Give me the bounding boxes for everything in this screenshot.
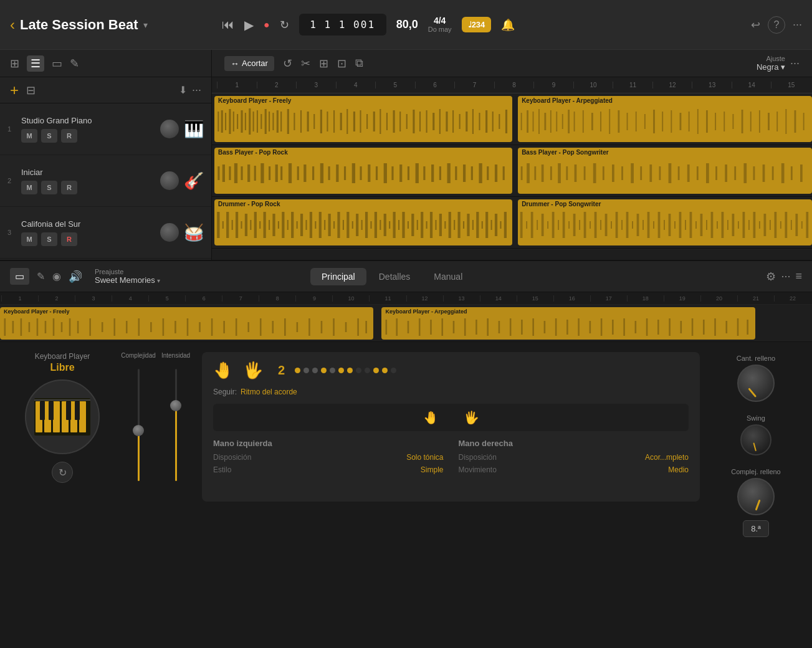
- back-button[interactable]: ‹: [10, 16, 15, 34]
- crop-button[interactable]: ⊞: [319, 57, 328, 70]
- svg-rect-178: [310, 212, 312, 238]
- svg-rect-293: [174, 321, 176, 333]
- cant-relleno-knob[interactable]: [737, 364, 775, 402]
- track-2-record[interactable]: R: [61, 181, 77, 194]
- clip-drummer-pop-rock[interactable]: Drummer - Pop Rock: [214, 199, 512, 245]
- svg-rect-253: [690, 212, 692, 238]
- svg-rect-191: [370, 221, 371, 229]
- track-1-solo[interactable]: S: [41, 129, 57, 143]
- edit-more-button[interactable]: ···: [790, 57, 800, 70]
- svg-rect-151: [744, 163, 747, 183]
- loop-region-button[interactable]: ↺: [283, 57, 292, 70]
- play-button[interactable]: ▶: [244, 17, 254, 32]
- complejidad-thumb[interactable]: [133, 425, 144, 436]
- panel-midi-view[interactable]: ◉: [52, 270, 61, 282]
- svg-rect-59: [568, 110, 570, 133]
- svg-rect-166: [254, 212, 257, 238]
- right-hand-icon[interactable]: 🖐: [243, 361, 263, 380]
- track-3-record[interactable]: R: [61, 232, 77, 246]
- svg-rect-193: [380, 220, 381, 230]
- clip-bass-pop-rock[interactable]: Bass Player - Pop Rock: [214, 148, 512, 194]
- right-hand-small[interactable]: 🖐: [464, 410, 479, 425]
- scissors-button[interactable]: ✂: [301, 57, 310, 70]
- panel-settings-button[interactable]: ⚙: [766, 270, 776, 284]
- add-track-button[interactable]: +: [10, 82, 19, 99]
- loop-button[interactable]: ↻: [280, 18, 289, 32]
- track-1-mute[interactable]: M: [21, 129, 37, 143]
- clip-label: Bass Player - Pop Rock: [214, 148, 512, 157]
- svg-rect-12: [265, 109, 267, 134]
- metronome-button[interactable]: 🔔: [501, 18, 515, 32]
- region-button[interactable]: ⊡: [337, 57, 346, 70]
- list-view-button[interactable]: ☰: [27, 55, 44, 72]
- track-1-record[interactable]: R: [61, 129, 77, 143]
- mini-timeline: 1 2 3 4 5 6 7 8 9 10 11 12 13 14 15 16 1…: [0, 292, 812, 342]
- panel-divider-button[interactable]: ≡: [795, 270, 802, 283]
- track-2-mute[interactable]: M: [21, 181, 37, 194]
- copy-button[interactable]: ⧉: [355, 57, 363, 70]
- svg-rect-248: [664, 220, 665, 230]
- panel-volume-view[interactable]: 🔊: [69, 270, 82, 284]
- intensidad-slider[interactable]: [175, 369, 177, 481]
- octave-button[interactable]: 8.ª: [743, 520, 769, 537]
- clip-bass-pop-songwriter[interactable]: Bass Player - Pop Songwriter: [518, 148, 812, 194]
- clip-label: Drummer - Pop Rock: [214, 199, 512, 209]
- undo-button[interactable]: ↩: [751, 16, 760, 34]
- clip-keyboard-freely[interactable]: Keyboard Player - Freely: [214, 96, 512, 142]
- more-button[interactable]: ···: [793, 16, 802, 34]
- left-hand-small[interactable]: 🤚: [423, 410, 439, 425]
- track-download-button[interactable]: ⬇: [179, 83, 187, 97]
- svg-rect-90: [234, 163, 237, 183]
- complej-relleno-knob[interactable]: [737, 478, 775, 515]
- svg-rect-157: [800, 164, 803, 182]
- svg-rect-44: [466, 112, 467, 131]
- mini-clip-2[interactable]: Keyboard Player - Arpeggiated: [381, 307, 755, 340]
- svg-rect-177: [305, 220, 307, 230]
- panel-pencil-view[interactable]: ✎: [37, 270, 45, 282]
- snap-button[interactable]: ↔ Acortar: [224, 56, 274, 71]
- svg-rect-287: [102, 322, 103, 332]
- svg-rect-200: [411, 214, 414, 236]
- help-button[interactable]: ?: [768, 16, 785, 34]
- track-list-panel: + ⊟ ⬇ ··· 1 Studio Grand Piano M S R 🎹: [0, 77, 212, 260]
- left-disposition-value[interactable]: Solo tónica: [406, 453, 443, 462]
- intensidad-thumb[interactable]: [170, 400, 181, 411]
- key-badge[interactable]: ♩234: [462, 17, 492, 32]
- svg-rect-153: [763, 164, 765, 182]
- clip-keyboard-arpeggiated[interactable]: Keyboard Player - Arpeggiated: [518, 96, 812, 142]
- track-more-button[interactable]: ···: [192, 83, 201, 97]
- panel-more-button[interactable]: ···: [781, 270, 790, 283]
- track-3-mute[interactable]: M: [21, 232, 37, 246]
- panel-view-button[interactable]: ▭: [52, 57, 62, 70]
- rewind-button[interactable]: ⏮: [222, 17, 234, 32]
- svg-rect-225: [542, 214, 544, 236]
- bass-waveform: [214, 157, 512, 189]
- tab-principal[interactable]: Principal: [310, 268, 366, 285]
- svg-rect-73: [689, 112, 690, 131]
- mini-clip-1[interactable]: Keyboard Player - Freely: [0, 307, 373, 340]
- svg-rect-102: [320, 163, 323, 183]
- follow-value[interactable]: Ritmo del acorde: [241, 388, 297, 396]
- record-button[interactable]: ●: [264, 19, 270, 31]
- right-disposition-value[interactable]: Acor...mpleto: [645, 453, 689, 462]
- complejidad-slider[interactable]: [138, 369, 140, 481]
- svg-rect-77: [724, 112, 725, 131]
- left-estilo-value[interactable]: Simple: [421, 465, 444, 474]
- refresh-preset-button[interactable]: ↻: [52, 462, 73, 483]
- tab-manual[interactable]: Manual: [423, 268, 474, 285]
- pencil-view-button[interactable]: ✎: [70, 57, 79, 70]
- svg-rect-292: [163, 318, 165, 336]
- right-movimiento-value[interactable]: Medio: [668, 465, 689, 474]
- grid-view-button[interactable]: ⊞: [10, 57, 19, 70]
- svg-rect-256: [706, 220, 707, 230]
- swing-knob[interactable]: [740, 424, 771, 455]
- tab-detalles[interactable]: Detalles: [368, 268, 422, 285]
- svg-rect-145: [687, 164, 690, 182]
- left-hand-icon[interactable]: 🤚: [213, 361, 233, 380]
- clip-drummer-pop-songwriter[interactable]: Drummer - Pop Songwriter: [518, 199, 812, 245]
- panel-square-view[interactable]: ▭: [10, 268, 29, 285]
- track-2-solo[interactable]: S: [41, 181, 57, 194]
- svg-rect-95: [269, 166, 270, 180]
- duplicate-track-button[interactable]: ⊟: [26, 83, 36, 97]
- track-3-solo[interactable]: S: [41, 232, 57, 246]
